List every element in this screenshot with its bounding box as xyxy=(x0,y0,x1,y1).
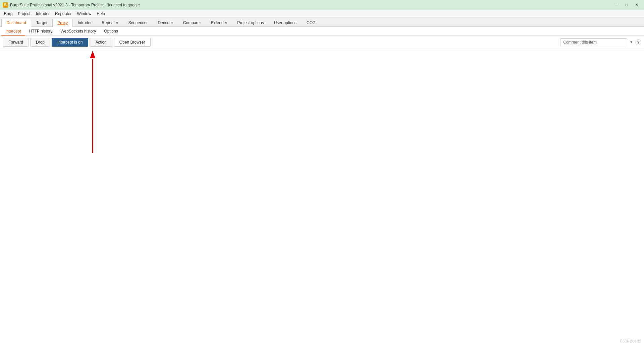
tab-dashboard[interactable]: Dashboard xyxy=(1,19,31,27)
main-content: CSDN@其他J xyxy=(0,49,644,345)
maximize-button[interactable]: □ xyxy=(622,1,631,9)
svg-marker-1 xyxy=(90,51,95,58)
help-icon[interactable]: ? xyxy=(635,39,641,45)
action-button[interactable]: Action xyxy=(90,38,112,47)
watermark: CSDN@其他J xyxy=(620,339,642,344)
toolbar-right: ▼ ? xyxy=(560,38,641,46)
menu-window[interactable]: Window xyxy=(74,10,94,17)
tab-sequencer[interactable]: Sequencer xyxy=(123,18,153,26)
tab-proxy[interactable]: Proxy xyxy=(52,19,73,27)
tab-extender[interactable]: Extender xyxy=(206,18,232,26)
menu-repeater[interactable]: Repeater xyxy=(52,10,74,17)
app-icon: B xyxy=(3,2,8,8)
title-bar: B Burp Suite Professional v2021.3 - Temp… xyxy=(0,0,644,10)
subtab-http-history[interactable]: HTTP history xyxy=(25,27,57,36)
minimize-button[interactable]: ─ xyxy=(612,1,621,9)
tab-intruder[interactable]: Intruder xyxy=(73,18,97,26)
tab-comparer[interactable]: Comparer xyxy=(178,18,206,26)
red-arrow-annotation xyxy=(89,49,96,156)
title-bar-left: B Burp Suite Professional v2021.3 - Temp… xyxy=(3,2,140,8)
tab-target[interactable]: Target xyxy=(31,18,52,26)
menu-help[interactable]: Help xyxy=(94,10,108,17)
subtab-websockets-history[interactable]: WebSockets history xyxy=(57,27,100,36)
toolbar: Forward Drop Intercept is on Action Open… xyxy=(0,36,644,49)
tab-co2[interactable]: CO2 xyxy=(302,18,320,26)
tab-project-options[interactable]: Project options xyxy=(232,18,269,26)
menu-burp[interactable]: Burp xyxy=(1,10,15,17)
open-browser-button[interactable]: Open Browser xyxy=(114,38,151,47)
tab-decoder[interactable]: Decoder xyxy=(153,18,178,26)
intercept-is-on-button[interactable]: Intercept is on xyxy=(52,38,88,47)
main-tabs: Dashboard Target Proxy Intruder Repeater… xyxy=(0,17,644,27)
tab-repeater[interactable]: Repeater xyxy=(97,18,123,26)
window-controls: ─ □ ✕ xyxy=(612,1,641,9)
tab-user-options[interactable]: User options xyxy=(269,18,302,26)
forward-button[interactable]: Forward xyxy=(3,38,29,47)
title-text: Burp Suite Professional v2021.3 - Tempor… xyxy=(10,3,140,7)
drop-button[interactable]: Drop xyxy=(30,38,50,47)
subtab-intercept[interactable]: Intercept xyxy=(1,27,25,36)
subtab-options[interactable]: Options xyxy=(100,27,122,36)
comment-input[interactable] xyxy=(560,38,627,46)
menu-intruder[interactable]: Intruder xyxy=(33,10,52,17)
close-button[interactable]: ✕ xyxy=(632,1,641,9)
menu-project[interactable]: Project xyxy=(15,10,33,17)
comment-arrow-icon[interactable]: ▼ xyxy=(629,40,634,45)
menu-bar: Burp Project Intruder Repeater Window He… xyxy=(0,10,644,17)
sub-tabs: Intercept HTTP history WebSockets histor… xyxy=(0,27,644,36)
